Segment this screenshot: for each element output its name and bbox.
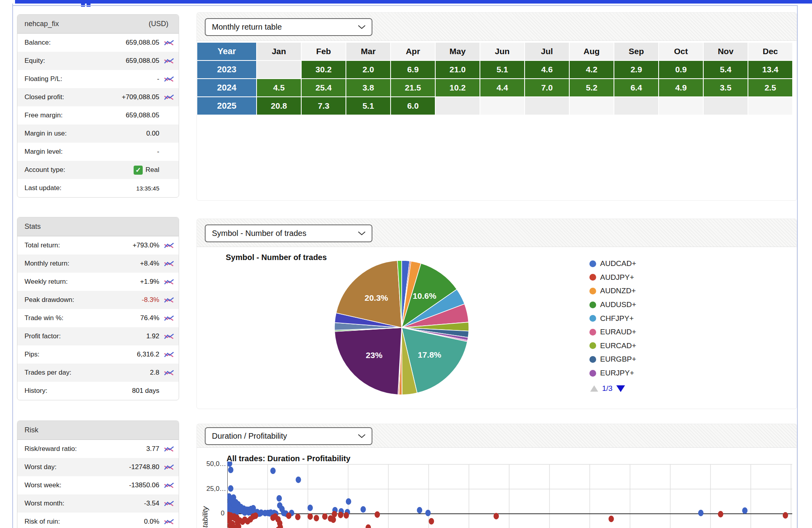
risk-row: Worst month:-3.54: [17, 494, 179, 513]
legend-page-up-icon[interactable]: [590, 385, 598, 392]
stats-card-title: Stats: [25, 223, 41, 231]
scatter-view-select[interactable]: Duration / Profitability: [205, 427, 372, 445]
scatter-point[interactable]: [308, 505, 313, 511]
monthly-return-cell: 21.0: [436, 61, 480, 79]
mini-chart-icon[interactable]: [164, 296, 174, 304]
pie-view-select[interactable]: Symbol - Number of trades: [205, 224, 372, 242]
row-label: Balance:: [25, 39, 51, 47]
scatter-point[interactable]: [718, 511, 723, 517]
mini-chart-icon[interactable]: [164, 278, 174, 285]
month-column-header: Jun: [480, 43, 525, 61]
mini-chart-icon[interactable]: [164, 464, 174, 471]
mini-chart-icon[interactable]: [164, 75, 174, 83]
icon-slot: [159, 333, 174, 340]
account-card-header: nehcap_fix (USD): [17, 15, 179, 34]
row-value: 659,088.05: [45, 57, 159, 65]
scatter-point[interactable]: [296, 477, 301, 483]
scatter-point[interactable]: [295, 514, 301, 520]
row-value: Real: [145, 166, 159, 174]
mini-chart-icon[interactable]: [164, 445, 174, 453]
scatter-point[interactable]: [366, 524, 371, 528]
row-label: Trade win %:: [25, 314, 64, 322]
row-value: 1.92: [61, 332, 159, 340]
mini-chart-icon[interactable]: [164, 500, 174, 507]
pie-slice[interactable]: [334, 328, 402, 395]
row-value: 3.77: [77, 445, 159, 453]
month-column-header: Nov: [704, 43, 748, 61]
monthly-return-cell: 5.1: [480, 61, 525, 79]
legend-color-dot: [589, 274, 596, 281]
pie-slice-label: 23%: [366, 351, 382, 360]
scatter-ytick-label: 0: [206, 509, 225, 517]
stats-row: Trades per day:2.8: [17, 364, 179, 382]
scatter-point[interactable]: [227, 462, 232, 467]
scatter-point[interactable]: [361, 506, 366, 513]
scatter-point[interactable]: [253, 513, 259, 519]
monthly-return-cell: 3.8: [346, 79, 391, 97]
mini-chart-icon[interactable]: [164, 351, 174, 358]
scatter-panel-header: Duration / Profitability: [197, 424, 797, 448]
row-label: Trades per day:: [25, 369, 71, 377]
legend-item: AUDUSD+: [589, 298, 636, 312]
mini-chart-icon[interactable]: [164, 482, 174, 489]
row-value: 0.0%: [60, 518, 159, 526]
scatter-point[interactable]: [330, 517, 336, 523]
scatter-point[interactable]: [279, 506, 285, 512]
scatter-point[interactable]: [417, 507, 423, 513]
monthly-view-select[interactable]: Monthly return table: [205, 18, 372, 36]
legend-label: AUDNZD+: [600, 287, 636, 295]
mini-chart-icon[interactable]: [164, 333, 174, 340]
mini-chart-icon[interactable]: [164, 94, 174, 101]
mini-chart-icon[interactable]: [164, 242, 174, 249]
monthly-return-panel: Monthly return table YearJanFebMarAprMay…: [196, 12, 797, 201]
monthly-return-cell: 5.1: [346, 97, 391, 115]
scatter-point[interactable]: [322, 513, 328, 520]
scatter-point[interactable]: [308, 513, 313, 520]
scatter-point[interactable]: [286, 513, 292, 519]
scatter-point[interactable]: [429, 518, 434, 524]
scatter-point[interactable]: [228, 467, 234, 473]
risk-card-title: Risk: [25, 426, 38, 434]
legend-page-down-icon[interactable]: [616, 385, 625, 392]
legend-pager: 1/3: [590, 384, 625, 393]
row-label: Risk/reward ratio:: [25, 445, 77, 453]
monthly-return-cell: 4.9: [659, 79, 704, 97]
legend-color-dot: [589, 302, 596, 308]
scatter-point[interactable]: [344, 512, 349, 519]
scatter-point[interactable]: [242, 509, 247, 516]
monthly-return-cell: 6.0: [391, 97, 436, 115]
risk-row: Risk of ruin:0.0%: [17, 513, 179, 528]
scatter-point[interactable]: [346, 498, 351, 505]
scatter-point[interactable]: [783, 512, 788, 519]
monthly-return-cell: 4.4: [480, 79, 525, 97]
mini-chart-icon[interactable]: [164, 39, 174, 46]
account-row: Margin in use:0.00: [17, 124, 179, 143]
risk-row: Worst day:-12748.80: [17, 458, 179, 476]
scatter-point[interactable]: [698, 510, 704, 516]
stats-row: Pips:6,316.2: [17, 345, 179, 364]
scatter-point[interactable]: [338, 512, 344, 518]
icon-slot: [159, 94, 174, 101]
year-cell: 2024: [197, 79, 257, 97]
scatter-point[interactable]: [493, 513, 499, 519]
mini-chart-icon[interactable]: [164, 315, 174, 322]
scatter-point[interactable]: [425, 510, 431, 516]
mini-chart-icon[interactable]: [164, 518, 174, 525]
mini-chart-icon[interactable]: [164, 369, 174, 376]
risk-row: Risk/reward ratio:3.77: [17, 440, 179, 458]
scatter-point[interactable]: [742, 507, 748, 514]
row-label: Profit factor:: [25, 332, 61, 340]
scatter-point[interactable]: [608, 516, 614, 522]
scatter-point[interactable]: [228, 485, 234, 492]
scatter-point[interactable]: [270, 468, 276, 474]
scatter-point[interactable]: [375, 511, 380, 518]
mini-chart-icon[interactable]: [164, 57, 174, 64]
pie-chart-title: Symbol - Number of trades: [226, 253, 327, 262]
monthly-return-cell: 30.2: [302, 61, 346, 79]
legend-item: CHFJPY+: [589, 311, 636, 325]
icon-slot: [159, 351, 174, 358]
mini-chart-icon[interactable]: [164, 260, 174, 267]
scatter-point[interactable]: [332, 511, 337, 517]
scatter-point[interactable]: [276, 495, 282, 502]
scatter-point[interactable]: [314, 515, 319, 521]
